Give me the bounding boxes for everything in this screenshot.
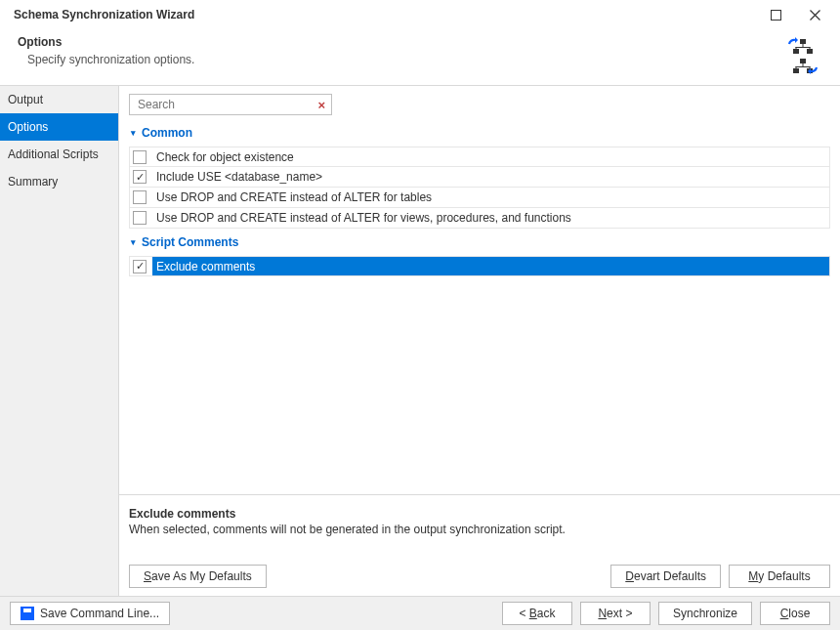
save-icon [21, 607, 34, 620]
title-bar: Schema Synchronization Wizard [0, 0, 840, 29]
window-title: Schema Synchronization Wizard [14, 8, 194, 21]
svg-rect-12 [796, 66, 811, 67]
option-label: Include USE <database_name> [152, 170, 322, 184]
option-row[interactable]: Use DROP and CREATE instead of ALTER for… [129, 188, 830, 208]
checkbox[interactable]: ✓ [133, 260, 147, 273]
svg-rect-11 [803, 63, 804, 66]
svg-rect-3 [807, 49, 813, 54]
options-list: ▾ Common Check for object existence ✓ In… [119, 119, 840, 494]
save-as-my-defaults-button[interactable]: Save As My Defaults [129, 565, 267, 588]
checkbox[interactable]: ✓ [133, 170, 147, 184]
section-title: Script Comments [142, 235, 238, 249]
option-row[interactable]: ✓ Include USE <database_name> [129, 167, 830, 188]
option-description: Exclude comments When selected, comments… [119, 494, 840, 557]
svg-rect-0 [771, 10, 780, 20]
maximize-button[interactable] [756, 0, 795, 29]
svg-rect-4 [803, 44, 804, 47]
close-button[interactable]: Close [760, 602, 830, 625]
clear-search-icon[interactable]: × [315, 98, 327, 112]
section-title: Common [142, 126, 192, 140]
sidebar-item-label: Additional Scripts [8, 147, 99, 161]
checkbox[interactable] [133, 211, 147, 225]
sidebar-item-output[interactable]: Output [0, 86, 118, 113]
devart-defaults-button[interactable]: Devart Defaults [610, 565, 721, 588]
section-header-common[interactable]: ▾ Common [129, 119, 830, 147]
option-label: Use DROP and CREATE instead of ALTER for… [152, 211, 571, 225]
description-text: When selected, comments will not be gene… [129, 523, 830, 536]
wizard-header: Options Specify synchronization options. [0, 29, 840, 86]
description-title: Exclude comments [129, 507, 830, 521]
sidebar-item-summary[interactable]: Summary [0, 168, 118, 195]
option-label: Exclude comments [152, 260, 255, 273]
synchronize-button[interactable]: Synchronize [658, 602, 752, 625]
checkbox[interactable] [133, 190, 147, 204]
svg-marker-15 [795, 37, 798, 43]
option-row[interactable]: Check for object existence [129, 147, 830, 167]
option-row[interactable]: Use DROP and CREATE instead of ALTER for… [129, 208, 830, 229]
next-button[interactable]: Next > [580, 602, 651, 625]
svg-rect-6 [796, 47, 797, 49]
back-button[interactable]: < Back [502, 602, 572, 625]
sidebar-item-additional-scripts[interactable]: Additional Scripts [0, 141, 118, 168]
header-title: Options [18, 35, 822, 49]
option-label: Check for object existence [152, 150, 294, 164]
checkbox[interactable] [133, 150, 147, 164]
option-label: Use DROP and CREATE instead of ALTER for… [152, 190, 432, 204]
main-panel: × ▾ Common Check for object existence ✓ … [118, 86, 840, 596]
search-input[interactable] [136, 97, 315, 112]
svg-rect-1 [800, 39, 806, 44]
button-label: Synchronize [673, 607, 737, 620]
svg-rect-2 [793, 49, 799, 54]
close-window-button[interactable] [795, 0, 834, 29]
sidebar-item-label: Summary [8, 175, 58, 189]
svg-rect-5 [796, 47, 811, 48]
header-subtitle: Specify synchronization options. [18, 53, 822, 66]
svg-rect-9 [793, 68, 799, 73]
sidebar-item-label: Output [8, 93, 43, 106]
sidebar-item-options[interactable]: Options [0, 113, 118, 141]
sync-schema-icon [783, 37, 822, 77]
wizard-sidebar: Output Options Additional Scripts Summar… [0, 86, 118, 596]
section-header-script-comments[interactable]: ▾ Script Comments [129, 229, 830, 256]
chevron-down-icon: ▾ [131, 128, 136, 138]
button-label: Save Command Line... [40, 607, 159, 620]
svg-rect-7 [810, 47, 811, 49]
svg-rect-14 [810, 66, 811, 68]
chevron-down-icon: ▾ [131, 237, 136, 247]
svg-rect-8 [800, 59, 806, 63]
sidebar-item-label: Options [8, 120, 48, 134]
search-input-wrapper[interactable]: × [129, 94, 332, 115]
svg-rect-13 [796, 66, 797, 68]
my-defaults-button[interactable]: My Defaults [729, 565, 830, 588]
save-command-line-button[interactable]: Save Command Line... [10, 602, 170, 625]
option-row[interactable]: ✓ Exclude comments [129, 256, 830, 276]
wizard-footer: Save Command Line... < Back Next > Synch… [0, 596, 840, 630]
